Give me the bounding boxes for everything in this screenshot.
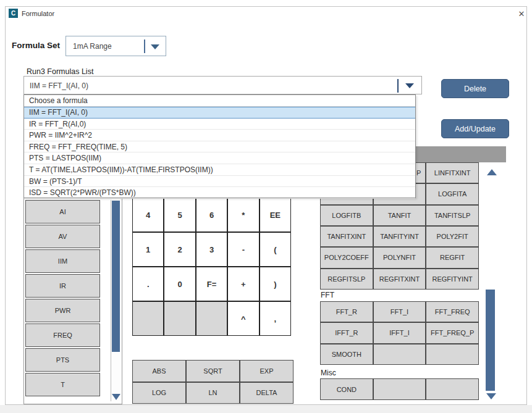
dropdown-option-selected[interactable]: IIM = FFT_I(AI, 0)	[24, 107, 415, 119]
page-background	[0, 405, 532, 413]
keypad-key[interactable]: (	[260, 232, 291, 267]
dropdown-option[interactable]: BW = (PTS-1)/T	[24, 176, 415, 188]
dropdown-option[interactable]: IR = FFT_R(AI,0)	[24, 119, 415, 130]
functions-scroll-up-icon[interactable]	[487, 169, 497, 175]
variable-button[interactable]: PWR	[25, 299, 100, 322]
function-button[interactable]: IFFT_R	[320, 322, 373, 343]
variables-list: AI AV IIM IR PWR FREQ PTS T	[23, 198, 122, 404]
functions-scroll-down-icon[interactable]	[486, 393, 496, 399]
formulator-dialog: C Formulator ✕ Formula Set 1mA Range Run…	[5, 6, 527, 405]
function-button[interactable]: EXP	[240, 360, 293, 382]
keypad-key[interactable]: 3	[196, 232, 227, 267]
misc-functions-grid: COND	[320, 378, 479, 400]
variable-button[interactable]: FREQ	[25, 323, 100, 347]
function-button[interactable]: REGFIT	[426, 247, 479, 268]
function-button[interactable]: TANFITXINT	[320, 226, 373, 247]
variable-button[interactable]: AI	[25, 200, 100, 223]
dropdown-option[interactable]: FREQ = FFT_FREQ(TIME, 5)	[24, 141, 415, 153]
variable-button[interactable]: IIM	[25, 249, 100, 273]
dropdown-option[interactable]: Choose a formula	[24, 95, 415, 107]
variables-scrollbar[interactable]	[111, 200, 120, 401]
formulas-list-label: Run3 Formulas List	[27, 67, 93, 76]
dropdown-option[interactable]: T = AT(TIME,LASTPOS(IIM))-AT(TIME,FIRSTP…	[24, 164, 415, 176]
keypad-key[interactable]: EE	[260, 198, 291, 232]
function-button[interactable]: REGFITXINT	[373, 269, 426, 290]
keypad-key[interactable]: 0	[164, 267, 195, 301]
function-button[interactable]: POLYNFIT	[373, 247, 426, 268]
function-button[interactable]: LOGFITB	[320, 205, 373, 226]
function-button[interactable]	[373, 378, 426, 400]
keypad-key[interactable]: ,	[260, 301, 291, 336]
function-button[interactable]: REGFITSLP	[320, 269, 373, 290]
variable-button[interactable]: PTS	[25, 348, 100, 372]
keypad-key[interactable]: 2	[164, 232, 195, 267]
function-button[interactable]	[426, 378, 479, 400]
keypad-key[interactable]: 1	[132, 232, 164, 267]
fft-functions-grid: FFT_R FFT_I FFT_FREQ IFFT_R IFFT_I FFT_F…	[320, 301, 479, 365]
formula-dropdown-value: IIM = FFT_I(AI, 0)	[30, 81, 88, 90]
function-button[interactable]: TANFITSLP	[426, 205, 479, 226]
variable-button[interactable]: AV	[25, 225, 100, 248]
function-button[interactable]: FFT_FREQ	[426, 301, 479, 322]
delete-button[interactable]: Delete	[441, 79, 509, 98]
keypad-key[interactable]: .	[132, 267, 164, 301]
function-button[interactable]: TANFITYINT	[373, 226, 426, 247]
function-button[interactable]: LN	[186, 382, 240, 404]
function-button[interactable]: SQRT	[186, 360, 240, 382]
keypad-key[interactable]: F=	[196, 267, 227, 301]
variables-scrollbar-thumb[interactable]	[112, 201, 120, 352]
function-button[interactable]: IFFT_I	[373, 322, 426, 343]
function-button[interactable]: COND	[320, 378, 373, 400]
app-icon: C	[9, 9, 18, 18]
function-button[interactable]: ABS	[132, 360, 186, 382]
formula-set-dropdown[interactable]: 1mA Range	[65, 36, 166, 56]
function-button[interactable]: LINFITXINT	[426, 162, 479, 183]
function-button[interactable]: FFT_I	[373, 301, 426, 322]
fft-section-label: FFT	[321, 291, 334, 299]
chevron-down-icon[interactable]	[151, 44, 159, 49]
variables-scroll-down-icon[interactable]	[112, 394, 120, 400]
variable-button[interactable]: T	[25, 373, 100, 396]
function-button[interactable]	[373, 344, 426, 365]
keypad-key[interactable]: 5	[164, 198, 195, 232]
dropdown-option[interactable]: PTS = LASTPOS(IIM)	[24, 152, 415, 164]
keypad-key[interactable]: )	[260, 267, 291, 301]
misc-section-label: Misc	[321, 369, 336, 377]
calculator-keypad: 4 5 6 * EE 1 2 3 - ( . 0 F= + ) ^ ,	[132, 198, 291, 336]
keypad-key[interactable]: +	[227, 267, 259, 301]
function-button[interactable]: SMOOTH	[320, 344, 373, 365]
keypad-key[interactable]: 6	[196, 198, 227, 232]
keypad-key[interactable]: 4	[132, 198, 164, 232]
functions-scrollbar-thumb[interactable]	[486, 290, 495, 391]
function-button[interactable]: REGFITYINT	[426, 269, 479, 290]
function-button[interactable]: TANFIT	[373, 205, 426, 226]
dropdown-separator	[397, 79, 399, 93]
variable-button[interactable]: IR	[25, 274, 100, 298]
function-button[interactable]: POLY2FIT	[426, 226, 479, 247]
dropdown-option[interactable]: ISD = SQRT(2*PWR/(PTS*BW))	[24, 187, 415, 199]
window-title: Formulator	[22, 10, 54, 17]
keypad-key[interactable]: *	[227, 198, 259, 232]
keypad-key[interactable]: -	[227, 232, 259, 267]
add-update-button[interactable]: Add/Update	[441, 119, 509, 138]
function-button[interactable]: POLY2COEFF	[320, 247, 373, 268]
formula-dropdown-list: Choose a formula IIM = FFT_I(AI, 0) IR =…	[23, 94, 416, 198]
formula-dropdown[interactable]: IIM = FFT_I(AI, 0)	[23, 76, 422, 94]
formula-set-label: Formula Set	[12, 41, 60, 50]
chevron-down-icon[interactable]	[405, 83, 414, 88]
math-functions-grid: ABS SQRT EXP LOG LN DELTA	[132, 360, 293, 404]
keypad-key-empty	[196, 301, 227, 336]
keypad-key-empty	[164, 301, 195, 336]
dropdown-separator	[144, 40, 145, 53]
keypad-key[interactable]: ^	[227, 301, 259, 336]
function-button[interactable]: FFT_R	[320, 301, 373, 322]
keypad-key-empty	[132, 301, 164, 336]
close-icon[interactable]: ✕	[516, 8, 527, 19]
function-button[interactable]: DELTA	[240, 382, 293, 404]
formula-set-value: 1mA Range	[73, 42, 112, 51]
function-button[interactable]: LOGFITA	[426, 183, 479, 204]
function-button[interactable]: FFT_FREQ_P	[426, 322, 479, 343]
function-button[interactable]	[426, 344, 479, 365]
function-button[interactable]: LOG	[132, 382, 186, 404]
dropdown-option[interactable]: PWR = IIM^2+IR^2	[24, 130, 415, 141]
